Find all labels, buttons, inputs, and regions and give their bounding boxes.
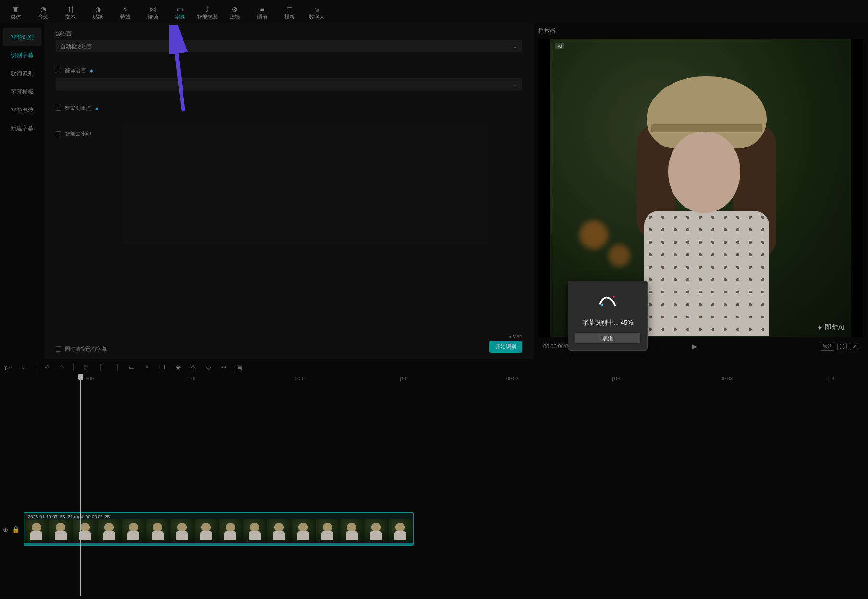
timecode-current: 00:00:00:00 xyxy=(543,343,571,349)
source-language-select[interactable]: 自动检测语言 ⌄ xyxy=(56,40,522,52)
text-icon: T| xyxy=(67,5,73,13)
expand-icon[interactable]: ⤢ xyxy=(850,343,858,350)
transition-icon: ⋈ xyxy=(149,5,156,13)
bokeh xyxy=(608,244,630,267)
ai-badge: AI xyxy=(555,43,564,49)
tab-effects[interactable]: ✧ 特效 xyxy=(111,3,139,22)
figure-dress xyxy=(644,211,769,336)
avatar-icon: ☺ xyxy=(313,5,320,13)
ruler-tick: |10f xyxy=(400,376,408,381)
match-icon[interactable]: ▣ xyxy=(235,364,243,371)
upper-panels: 智能识别 识别字幕 歌词识别 字幕模板 智能包装 新建字幕 源语言 自动检测语言… xyxy=(0,23,868,359)
clip-audio-strip xyxy=(24,543,413,545)
tab-smart-package[interactable]: ⤴ 智能包装 xyxy=(194,3,221,22)
tab-avatar[interactable]: ☺ 数字人 xyxy=(303,3,330,22)
figure-face xyxy=(668,132,740,213)
smart-package-icon: ⤴ xyxy=(206,5,209,13)
sticker-icon: ◑ xyxy=(95,5,101,13)
bokeh xyxy=(579,220,608,249)
start-recognition-button[interactable]: 开始识别 xyxy=(489,341,522,353)
tab-transition[interactable]: ⋈ 转场 xyxy=(139,3,166,22)
trim-right-icon[interactable]: ⎤ xyxy=(112,364,120,371)
modal-progress-text: 字幕识别中... 45% xyxy=(582,318,633,327)
subtitle-config-panel: 源语言 自动检测语言 ⌄ 翻译语言 ◆ ⌄ 智能划重点 ◆ 智能去水印 同时清空… xyxy=(44,23,534,359)
tab-text[interactable]: T| 文本 xyxy=(57,3,84,22)
tab-adjust[interactable]: ≡ 调节 xyxy=(248,3,276,22)
fit-icon[interactable]: ⛶ xyxy=(837,343,847,350)
sidebar-item-new-subtitle[interactable]: 新建字幕 xyxy=(3,119,41,137)
highlight-label: 智能划重点 xyxy=(65,105,91,112)
pointer-icon[interactable]: ▷ xyxy=(4,364,12,371)
source-language-value: 自动检测语言 xyxy=(61,40,92,52)
adjust-icon: ≡ xyxy=(260,5,264,13)
tab-subtitle[interactable]: ▭ 字幕 xyxy=(166,3,194,22)
sidebar-item-recognize-subtitle[interactable]: 识别字幕 xyxy=(3,46,41,64)
play-button[interactable]: ▶ xyxy=(692,342,697,350)
brand-watermark: ✦ 即梦AI xyxy=(817,323,844,332)
ruler-tick: 00:01 xyxy=(295,376,307,381)
duplicate-icon[interactable]: ❐ xyxy=(159,364,166,371)
clear-existing-label: 同时清空已有字幕 xyxy=(65,345,107,353)
tab-audio[interactable]: ◔ 音频 xyxy=(29,3,57,22)
tab-template[interactable]: ▢ 模板 xyxy=(276,3,303,22)
sidebar-item-smart-package[interactable]: 智能包装 xyxy=(3,101,41,119)
tab-sticker[interactable]: ◑ 贴纸 xyxy=(84,3,111,22)
tracks-canvas[interactable]: 2025-01-19 07_58_31.mp4 00:00:01:25 xyxy=(0,385,868,592)
sidebar-item-smart-recognize[interactable]: 智能识别 xyxy=(3,28,41,46)
remove-watermark-checkbox[interactable] xyxy=(56,131,61,136)
marker-icon[interactable]: ▿ xyxy=(143,364,151,371)
timeline-toolbar: ▷ ⌄ ↶ ↷ ⎘ ⎡ ⎤ ▭ ▿ ❐ ◉ ⚠ ◇ ✂ ▣ xyxy=(0,359,868,375)
clip-label: 2025-01-19 07_58_31.mp4 00:00:01:25 xyxy=(26,513,111,520)
template-icon: ▢ xyxy=(286,5,293,13)
subtitle-icon: ▭ xyxy=(177,5,183,13)
media-icon: ▣ xyxy=(12,5,19,13)
brand-star-icon: ✦ xyxy=(817,324,823,331)
vip-diamond-icon: ◆ xyxy=(90,68,93,73)
translate-checkbox[interactable] xyxy=(56,68,61,73)
record-icon[interactable]: ◉ xyxy=(174,364,182,371)
tab-filter[interactable]: ⊗ 滤镜 xyxy=(221,3,248,22)
figure-hatband xyxy=(651,124,762,132)
tab-media[interactable]: ▣ 媒体 xyxy=(2,3,29,22)
undo-icon[interactable]: ↶ xyxy=(43,364,50,371)
timeline-ruler[interactable]: 00:00 |10f 00:01 |10f 00:02 |10f 00:03 |… xyxy=(0,375,868,385)
ruler-tick: |10f xyxy=(612,376,620,381)
vip-diamond-icon: ◆ xyxy=(95,106,98,111)
rotate-icon[interactable]: ◇ xyxy=(205,364,212,371)
tab-label: 媒体 xyxy=(11,13,21,20)
chevron-down-icon: ⌄ xyxy=(513,40,517,52)
remove-watermark-label: 智能去水印 xyxy=(65,130,91,137)
sidebar-item-subtitle-template[interactable]: 字幕模板 xyxy=(3,83,41,101)
clear-existing-checkbox[interactable] xyxy=(56,346,61,352)
effects-icon: ✧ xyxy=(122,5,128,13)
app-logo-icon xyxy=(598,293,618,308)
ruler-tick: |10f xyxy=(826,376,834,381)
cancel-button[interactable]: 取消 xyxy=(575,333,640,343)
video-clip[interactable]: 2025-01-19 07_58_31.mp4 00:00:01:25 xyxy=(24,512,414,546)
warn-icon[interactable]: ⚠ xyxy=(189,364,197,371)
ruler-tick: 00:00 xyxy=(82,376,94,381)
svg-point-1 xyxy=(613,296,615,298)
chevron-down-icon[interactable]: ⌄ xyxy=(19,364,27,371)
clip-thumbnails xyxy=(24,519,413,543)
original-ratio-button[interactable]: 原始 xyxy=(820,342,834,351)
tracks-area: ⊕ 🔒 👁 🔇 ⋯ 封面 2025-01-19 07_58_31.mp4 00:… xyxy=(0,385,868,592)
preview-title: 播放器 xyxy=(538,27,863,35)
frame-icon[interactable]: ▭ xyxy=(128,364,135,371)
ruler-tick: |10f xyxy=(187,376,196,381)
svg-point-2 xyxy=(601,304,603,306)
trim-left-icon[interactable]: ⎡ xyxy=(97,364,105,371)
split-icon[interactable]: ⎘ xyxy=(82,364,89,371)
crop-icon[interactable]: ✂ xyxy=(220,364,228,371)
sidebar-item-lyric-recognize[interactable]: 歌词识别 xyxy=(3,64,41,83)
chevron-down-icon: ⌄ xyxy=(513,78,517,90)
top-tab-bar: ▣ 媒体 ◔ 音频 T| 文本 ◑ 贴纸 ✧ 特效 ⋈ 转场 ▭ 字幕 ⤴ 智能… xyxy=(0,0,868,23)
highlight-checkbox[interactable] xyxy=(56,106,61,111)
redo-icon[interactable]: ↷ xyxy=(58,364,66,371)
svip-tag: ♦ SVIP xyxy=(489,334,522,339)
playhead[interactable] xyxy=(80,375,81,596)
translate-language-select[interactable]: ⌄ xyxy=(56,78,522,90)
filter-icon: ⊗ xyxy=(232,5,238,13)
source-language-label: 源语言 xyxy=(56,30,522,37)
translate-language-label: 翻译语言 xyxy=(65,67,86,74)
